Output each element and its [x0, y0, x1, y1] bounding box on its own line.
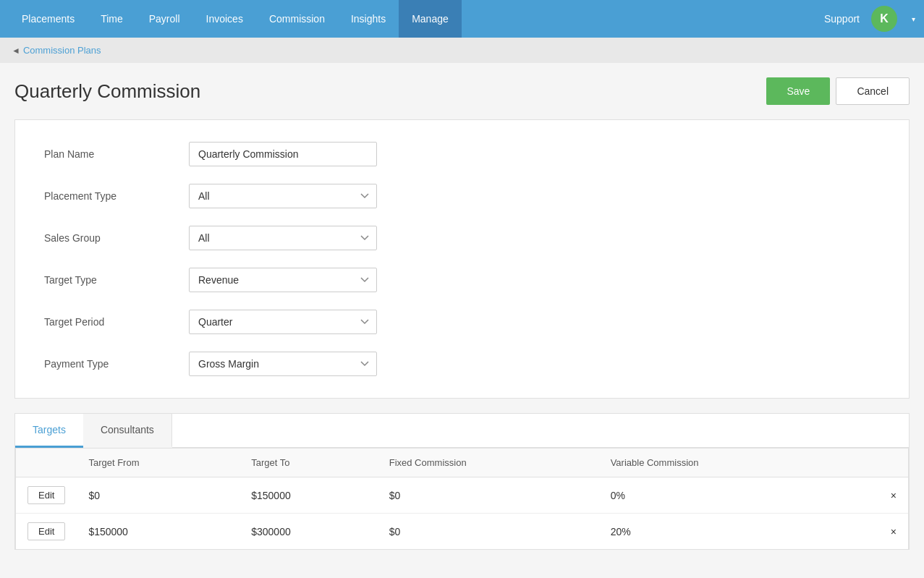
edit-button-2[interactable]: Edit — [27, 522, 65, 540]
nav-items: Placements Time Payroll Invoices Commiss… — [9, 0, 824, 38]
form-card: Plan Name Placement Type All Contract Pe… — [14, 119, 910, 399]
nav-item-payroll[interactable]: Payroll — [136, 0, 193, 38]
breadcrumb-arrow-icon: ◄ — [12, 46, 20, 56]
nav-item-placements[interactable]: Placements — [9, 0, 88, 38]
table-row: Edit $150000 $300000 $0 20% × — [16, 514, 908, 550]
placement-type-label: Placement Type — [44, 190, 189, 202]
target-to-1: $150000 — [240, 477, 378, 514]
edit-button-1[interactable]: Edit — [27, 486, 65, 504]
sales-group-row: Sales Group All — [44, 226, 880, 250]
col-variable-commission: Variable Commission — [599, 449, 844, 477]
delete-cell-1[interactable]: × — [844, 477, 908, 514]
sales-group-select[interactable]: All — [189, 226, 377, 250]
avatar-chevron-icon[interactable]: ▾ — [912, 15, 915, 23]
target-from-1: $0 — [77, 477, 240, 514]
payment-type-select[interactable]: Gross Margin Revenue — [189, 352, 377, 376]
plan-name-input[interactable] — [189, 142, 377, 166]
tabs-container: Targets Consultants Target From Target T… — [14, 413, 910, 550]
fixed-commission-1: $0 — [378, 477, 599, 514]
page-title: Quarterly Commission — [14, 80, 200, 103]
page-header: Quarterly Commission Save Cancel — [14, 77, 910, 105]
payment-type-label: Payment Type — [44, 358, 189, 370]
plan-name-row: Plan Name — [44, 142, 880, 166]
nav-item-time[interactable]: Time — [88, 0, 136, 38]
col-target-to: Target To — [240, 449, 378, 477]
breadcrumb-label[interactable]: Commission Plans — [23, 45, 101, 56]
target-period-row: Target Period Quarter Month Year — [44, 310, 880, 334]
nav-item-commission[interactable]: Commission — [256, 0, 338, 38]
sales-group-label: Sales Group — [44, 232, 189, 244]
table-container: Target From Target To Fixed Commission V… — [15, 448, 909, 550]
payment-type-row: Payment Type Gross Margin Revenue — [44, 352, 880, 376]
avatar[interactable]: K — [871, 6, 897, 32]
variable-commission-1: 0% — [599, 477, 844, 514]
tabs-header: Targets Consultants — [15, 414, 909, 448]
target-type-row: Target Type Revenue Gross Margin — [44, 268, 880, 292]
support-link[interactable]: Support — [824, 13, 860, 25]
edit-cell-1: Edit — [16, 477, 77, 514]
placement-type-row: Placement Type All Contract Permanent — [44, 184, 880, 208]
tab-targets[interactable]: Targets — [15, 414, 83, 448]
placement-type-select[interactable]: All Contract Permanent — [189, 184, 377, 208]
save-button[interactable]: Save — [766, 77, 830, 105]
nav-item-insights[interactable]: Insights — [338, 0, 399, 38]
cancel-button[interactable]: Cancel — [836, 77, 910, 105]
nav-item-invoices[interactable]: Invoices — [193, 0, 256, 38]
top-navigation: Placements Time Payroll Invoices Commiss… — [0, 0, 924, 38]
target-period-select[interactable]: Quarter Month Year — [189, 310, 377, 334]
col-delete — [844, 449, 908, 477]
table-row: Edit $0 $150000 $0 0% × — [16, 477, 908, 514]
breadcrumb[interactable]: ◄ Commission Plans — [0, 38, 924, 63]
target-from-2: $150000 — [77, 514, 240, 550]
tab-consultants[interactable]: Consultants — [83, 414, 172, 448]
header-buttons: Save Cancel — [766, 77, 910, 105]
fixed-commission-2: $0 — [378, 514, 599, 550]
col-target-from: Target From — [77, 449, 240, 477]
col-actions — [16, 449, 77, 477]
page-content: Quarterly Commission Save Cancel Plan Na… — [0, 63, 924, 550]
variable-commission-2: 20% — [599, 514, 844, 550]
edit-cell-2: Edit — [16, 514, 77, 550]
table-header-row: Target From Target To Fixed Commission V… — [16, 449, 908, 477]
nav-item-manage[interactable]: Manage — [399, 0, 462, 38]
target-type-label: Target Type — [44, 274, 189, 286]
target-type-select[interactable]: Revenue Gross Margin — [189, 268, 377, 292]
plan-name-label: Plan Name — [44, 148, 189, 160]
target-to-2: $300000 — [240, 514, 378, 550]
target-period-label: Target Period — [44, 316, 189, 328]
delete-cell-2[interactable]: × — [844, 514, 908, 550]
nav-right: Support K ▾ — [824, 6, 915, 32]
col-fixed-commission: Fixed Commission — [378, 449, 599, 477]
targets-table: Target From Target To Fixed Commission V… — [16, 449, 908, 549]
